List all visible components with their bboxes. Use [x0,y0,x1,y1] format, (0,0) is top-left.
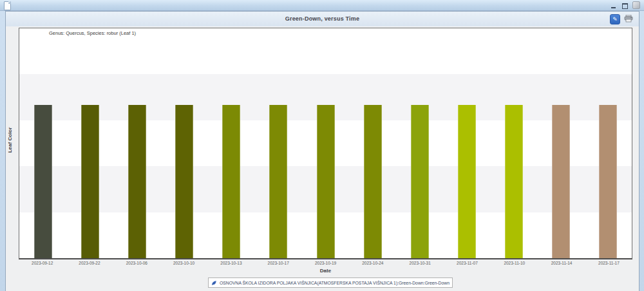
leaf-icon [211,280,217,286]
chart-header: Green-Down, versus Time ✎ [6,12,639,27]
bar-2023-10-17 [269,105,287,258]
series-annotation: Genus: Quercus, Species: robur (Leaf 1) [49,30,136,36]
x-axis-label: Date [19,268,632,274]
pencil-icon: ✎ [612,17,618,23]
chart-window: Green-Down, versus Time ✎ Genus: Quercus… [5,11,639,291]
x-tick-label: 2023-11-17 [585,261,632,265]
edit-button[interactable]: ✎ [610,14,620,24]
x-tick-label: 2023-11-10 [491,261,538,265]
bar-2023-10-06 [128,105,146,258]
y-axis-label: Leaf Color [7,118,13,163]
bar-2023-10-19 [317,105,335,258]
bar-2023-09-22 [81,105,99,258]
bar-slot [160,105,207,258]
x-tick-label: 2023-10-06 [113,261,160,265]
x-tick-label: 2023-11-14 [538,261,585,265]
minimize-button[interactable] [611,2,618,9]
bar-slot [208,105,255,258]
bar-2023-10-10 [175,105,193,258]
printer-icon [624,15,633,23]
x-tick-label: 2023-10-24 [349,261,396,265]
x-tick-label: 2023-10-13 [207,261,254,265]
bar-slot [585,105,632,258]
bar-slot [302,105,349,258]
bar-2023-11-07 [458,105,476,258]
bar-slot [349,105,396,258]
bar-slot [538,105,585,258]
bar-2023-11-10 [505,105,523,258]
bar-2023-10-31 [411,105,429,258]
bar-2023-11-14 [552,105,570,258]
bar-2023-11-17 [599,105,617,258]
print-button[interactable] [623,14,634,23]
bar-slot [66,105,113,258]
window-titlebar [0,0,644,11]
bar-2023-10-24 [364,105,382,258]
bar-slot [113,105,160,258]
x-tick-label: 2023-10-31 [397,261,444,265]
close-button[interactable] [632,1,640,9]
bar-2023-10-13 [222,105,240,258]
plot-area: Genus: Quercus, Species: robur (Leaf 1) [19,28,632,259]
legend-box[interactable]: OSNOVNA ŠKOLA IZIDORA POLJAKA VIŠNJICA(A… [208,277,453,288]
legend-label: OSNOVNA ŠKOLA IZIDORA POLJAKA VIŠNJICA(A… [220,281,450,285]
x-tick-label: 2023-11-07 [444,261,491,265]
x-tick-label: 2023-10-19 [302,261,349,265]
bar-slot [443,105,490,258]
bar-slot [19,105,66,258]
x-tick-label: 2023-10-10 [160,261,207,265]
bar-slot [396,105,443,258]
bars-row [19,105,632,258]
chart-title: Green-Down, versus Time [6,15,639,22]
maximize-button[interactable] [621,2,629,9]
bar-slot [255,105,302,258]
x-tick-label: 2023-10-17 [255,261,302,265]
bar-2023-09-12 [34,105,52,258]
x-tick-label: 2023-09-22 [66,261,113,265]
x-tick-label: 2023-09-12 [19,261,66,265]
x-axis-ticks: 2023-09-122023-09-222023-10-062023-10-10… [19,261,632,265]
chart-canvas: Genus: Quercus, Species: robur (Leaf 1) … [6,26,639,291]
bar-slot [491,105,538,258]
document-icon [4,1,11,10]
